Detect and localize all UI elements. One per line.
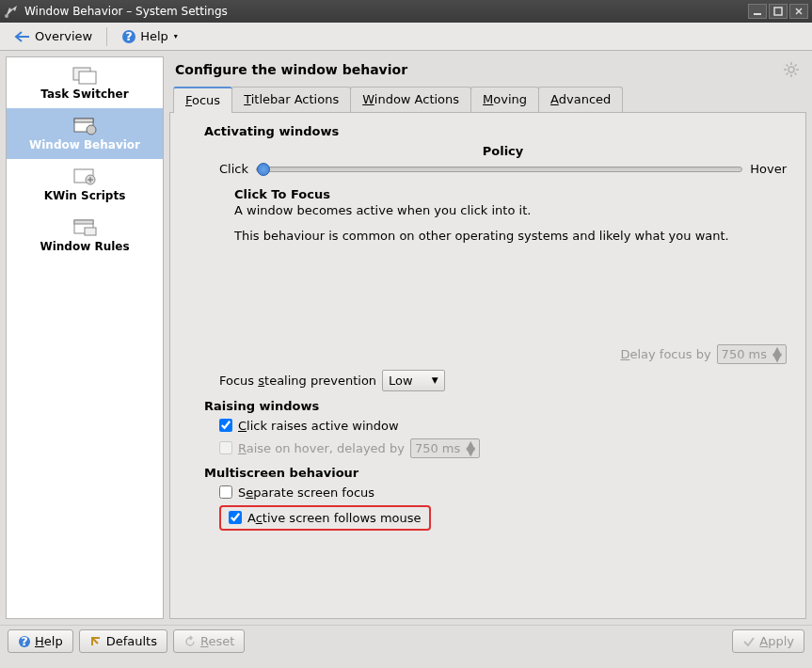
svg-point-0 [5,14,8,18]
delay-focus-label: Delay focus by [620,347,710,361]
active-screen-highlight: Active screen follows mouse [219,505,431,531]
tab-body-focus: Activating windows Policy Click Hover Cl… [169,113,806,619]
focus-stealing-label: Focus stealing prevention [219,374,376,388]
slider-label-left: Click [219,162,248,176]
svg-point-15 [788,67,794,72]
active-screen-checkbox[interactable] [229,511,242,524]
svg-rect-6 [79,72,96,84]
group-raising-windows: Raising windows [204,399,787,413]
defaults-button[interactable]: Defaults [79,629,167,653]
raise-delay-value: 750 ms [415,441,460,455]
window-titlebar: Window Behavior – System Settings [0,0,812,23]
click-raises-label[interactable]: Click raises active window [238,419,399,433]
sidebar-item-label: KWin Scripts [44,189,126,202]
sidebar-item-label: Window Behavior [29,138,140,151]
sidebar: Task Switcher Window Behavior KWin Scrip… [6,56,164,619]
svg-point-9 [87,125,96,135]
reset-icon [183,635,197,648]
sidebar-item-label: Window Rules [40,240,129,253]
tab-window-actions[interactable]: Window Actions [350,87,471,112]
bottom-button-bar: ? Help Defaults Reset Apply [0,625,812,657]
svg-rect-2 [774,8,782,15]
overview-button[interactable]: Overview [8,25,99,47]
help-button-label: Help [35,634,63,648]
slider-thumb[interactable] [257,163,270,176]
delay-focus-spinbox: 750 ms ▲▼ [717,344,787,364]
tab-titlebar-actions[interactable]: Titlebar Actions [231,87,351,112]
sidebar-item-label: Task Switcher [40,87,128,101]
overview-label: Overview [35,29,92,43]
help-menu-button[interactable]: ? Help ▾ [115,25,184,48]
defaults-icon [89,635,103,648]
focus-stealing-combobox[interactable]: Low ▼ [382,370,445,391]
close-button[interactable] [789,4,808,19]
svg-rect-14 [85,228,96,235]
raise-delay-spinbox: 750 ms ▲▼ [410,438,480,458]
app-icon [4,4,19,19]
raise-on-hover-label: Raise on hover, delayed by [238,441,405,455]
help-icon: ? [121,29,136,44]
window-rules-icon [72,218,98,237]
svg-rect-8 [74,119,93,122]
focus-policy-slider[interactable] [256,167,742,172]
kwin-scripts-icon [72,167,98,186]
separate-screen-label[interactable]: Separate screen focus [238,485,374,500]
help-icon: ? [18,635,31,648]
delay-focus-value: 750 ms [722,347,767,361]
svg-rect-13 [74,220,93,224]
group-multiscreen: Multiscreen behaviour [204,466,787,480]
maximize-button[interactable] [769,4,788,19]
tabstrip: Focus Titlebar Actions Window Actions Mo… [169,87,806,113]
raise-on-hover-checkbox [219,441,232,454]
toolbar: Overview ? Help ▾ [0,23,812,51]
apply-button: Apply [732,629,804,653]
sidebar-item-kwin-scripts[interactable]: KWin Scripts [7,159,163,210]
help-button[interactable]: ? Help [8,629,73,653]
svg-text:?: ? [21,635,28,648]
policy-desc-2: This behaviour is common on other operat… [234,229,787,245]
policy-label: Policy [219,144,787,158]
reset-button-label: Reset [200,634,234,648]
window-behavior-icon [72,117,98,135]
policy-name: Click To Focus [234,187,787,201]
page-title: Configure the window behavior [175,62,782,77]
tab-advanced[interactable]: Advanced [538,87,623,112]
toolbar-separator [106,27,107,46]
svg-text:?: ? [125,29,133,43]
policy-desc-1: A window becomes active when you click i… [234,203,787,219]
help-label: Help [140,29,168,43]
defaults-button-label: Defaults [106,634,157,648]
sidebar-item-window-rules[interactable]: Window Rules [7,210,163,261]
sidebar-item-window-behavior[interactable]: Window Behavior [7,108,163,159]
tab-moving[interactable]: Moving [470,87,539,112]
gear-icon [782,60,801,79]
window-title: Window Behavior – System Settings [24,5,746,18]
minimize-button[interactable] [748,4,767,19]
reset-button: Reset [173,629,245,653]
active-screen-label[interactable]: Active screen follows mouse [247,511,422,525]
chevron-down-icon: ▼ [432,375,438,385]
svg-rect-1 [754,13,761,15]
task-switcher-icon [72,66,98,85]
click-raises-checkbox[interactable] [219,419,232,432]
focus-stealing-value: Low [389,374,413,388]
content-panel: Configure the window behavior Focus Titl… [169,56,806,619]
back-arrow-icon [14,30,31,43]
separate-screen-checkbox[interactable] [219,485,232,499]
apply-button-label: Apply [759,634,794,648]
chevron-down-icon: ▾ [174,32,178,40]
apply-icon [742,635,756,648]
slider-label-right: Hover [750,162,787,176]
group-activating-windows: Activating windows [204,124,787,138]
sidebar-item-task-switcher[interactable]: Task Switcher [7,57,163,108]
tab-focus[interactable]: Focus [173,87,232,113]
